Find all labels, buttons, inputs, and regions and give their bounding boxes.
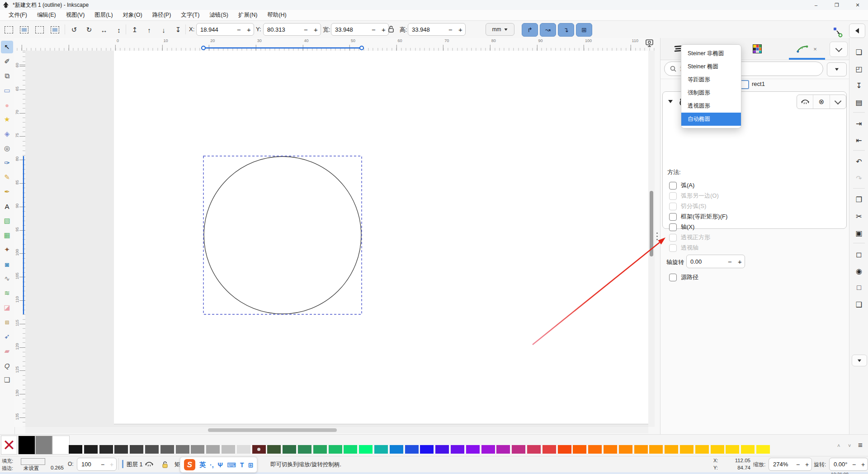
paint-bucket-tool[interactable]: ◙	[1, 258, 13, 270]
hscroll-thumb[interactable]	[208, 428, 337, 432]
eraser-tool[interactable]: ◪	[1, 301, 13, 314]
snap-bar-collapse-button[interactable]	[849, 24, 865, 38]
unit-selector[interactable]: mm	[486, 23, 514, 36]
tab-swatches[interactable]	[745, 40, 770, 58]
palette-swatch[interactable]	[726, 445, 739, 454]
palette-swatch[interactable]	[160, 445, 174, 454]
checkbox[interactable]	[669, 274, 677, 281]
palette-swatch[interactable]	[359, 445, 373, 454]
x-increment-button[interactable]: +	[244, 24, 254, 35]
width-decrement-button[interactable]: −	[368, 24, 378, 35]
panel-splitter-handle[interactable]	[655, 232, 659, 246]
horizontal-scrollbar[interactable]	[25, 427, 648, 433]
zoom-tool[interactable]: Q	[1, 359, 13, 372]
height-increment-button[interactable]: +	[455, 24, 465, 35]
y-decrement-button[interactable]: −	[301, 24, 311, 35]
tweak-tool[interactable]: ∿	[1, 272, 13, 285]
swatch-none[interactable]: ✕	[1, 436, 17, 455]
lpe-method-option[interactable]: 自动椭圆	[681, 113, 741, 126]
zoom-selection-button[interactable]: ◻	[852, 247, 866, 261]
new-document-button[interactable]: ❏	[852, 45, 866, 59]
palette-swatch[interactable]	[466, 445, 480, 454]
lower-button[interactable]: ↓	[157, 24, 170, 35]
palette-swatch[interactable]	[191, 445, 204, 454]
palette-swatch[interactable]	[237, 445, 250, 454]
zoom-increment-button[interactable]: +	[802, 458, 811, 470]
menu-item-8[interactable]: 滤镜(S)	[204, 11, 233, 19]
palette-swatch[interactable]	[252, 445, 266, 454]
item-checkbox[interactable]	[740, 80, 749, 89]
measure-tool[interactable]: ▰	[1, 345, 13, 357]
lpe-gallery-dropdown-button[interactable]	[827, 62, 847, 76]
ime-toolbar[interactable]: S 英·,Ψ⌨T⊞	[180, 457, 257, 473]
palette-swatch[interactable]	[99, 445, 113, 454]
vertical-ruler[interactable]: 6065707580859095100105110115120125130135	[14, 51, 26, 427]
source-path-checkbox-row[interactable]: 源路径	[669, 273, 698, 282]
menu-item-7[interactable]: 文字(T)	[176, 11, 204, 19]
minimize-button[interactable]: –	[806, 0, 826, 10]
palette-swatch[interactable]	[374, 445, 388, 454]
palette-swatch[interactable]	[711, 445, 724, 454]
scale-stroke-toggle[interactable]: ↱	[522, 23, 538, 37]
lpe-method-option[interactable]: Steiner 椭圆	[681, 60, 741, 73]
tab-close-icon[interactable]: ×	[813, 46, 817, 52]
lpe-method-option[interactable]: 等距圆形	[681, 73, 741, 86]
width-field[interactable]: 33.948 − +	[331, 23, 389, 36]
palette-swatch[interactable]	[114, 445, 128, 454]
opacity-increment-button[interactable]: +	[107, 458, 116, 470]
menu-item-2[interactable]: 编辑(E)	[32, 11, 61, 19]
palette-swatch[interactable]	[451, 445, 464, 454]
stroke-width-value[interactable]: 0.265	[51, 465, 64, 470]
lpe-menu-button[interactable]	[830, 95, 846, 109]
x-decrement-button[interactable]: −	[234, 24, 244, 35]
duplicate-button[interactable]: ❐	[852, 193, 866, 206]
rotate-ccw-button[interactable]: ↺	[68, 24, 80, 35]
node-tool[interactable]: ✐	[1, 55, 13, 68]
checkbox[interactable]	[669, 213, 677, 221]
palette-swatch[interactable]	[313, 445, 327, 454]
palette-swatch[interactable]	[145, 445, 159, 454]
panel-menu-button[interactable]	[830, 42, 848, 57]
big-swatch[interactable]	[35, 436, 52, 455]
flip-vertical-button[interactable]: ↕	[113, 24, 125, 35]
display-mode-icon[interactable]	[646, 39, 654, 49]
width-increment-button[interactable]: +	[378, 24, 388, 35]
lpe-checkbox-row[interactable]: 框架(等距矩形)(F)	[669, 212, 727, 221]
palette-swatch[interactable]	[206, 445, 220, 454]
lpe-checkbox-row[interactable]: 轴(X)	[669, 223, 694, 232]
undo-button[interactable]: ↶	[852, 155, 866, 168]
skin-icon[interactable]: T	[240, 461, 244, 469]
select-all-button[interactable]	[5, 26, 13, 33]
palette-swatch[interactable]	[588, 445, 602, 454]
layer-lock-toggle[interactable]	[162, 460, 168, 469]
lpe-method-option[interactable]: 强制圆形	[681, 86, 741, 100]
palette-swatch[interactable]	[619, 445, 632, 454]
checkbox[interactable]	[669, 223, 677, 231]
virtual-keyboard-icon[interactable]: ⌨	[227, 461, 236, 469]
open-document-button[interactable]: ◰	[852, 62, 866, 76]
lpe-method-option[interactable]: 透视圆形	[681, 100, 741, 113]
calligraphy-tool[interactable]: ✒	[1, 185, 13, 198]
palette-swatch[interactable]	[329, 445, 342, 454]
lpe-method-option[interactable]: Steiner 非椭圆	[681, 47, 741, 60]
lpe-visibility-button[interactable]	[797, 95, 813, 109]
palette-swatch[interactable]	[176, 445, 189, 454]
gradient-tool[interactable]: ▧	[1, 214, 13, 227]
save-button[interactable]: ↧	[852, 79, 866, 92]
restore-button[interactable]: ❐	[826, 0, 847, 10]
pencil-tool[interactable]: ✎	[1, 171, 13, 184]
flip-horizontal-button[interactable]: ↔	[98, 24, 110, 35]
rotation-field[interactable]: 0.00° − +	[829, 458, 868, 471]
palette-swatch[interactable]	[222, 445, 235, 454]
star-tool[interactable]: ★	[1, 113, 13, 126]
punctuation-toggle[interactable]: ·,	[210, 461, 214, 469]
document-page[interactable]	[114, 51, 648, 424]
palette-swatch[interactable]	[267, 445, 281, 454]
import-button[interactable]: ⇥	[852, 117, 866, 130]
zoom-decrement-button[interactable]: −	[793, 458, 802, 470]
palette-swatch[interactable]	[84, 445, 98, 454]
big-swatch[interactable]	[18, 436, 35, 455]
lpe-pen-tool[interactable]: ➶	[1, 330, 13, 343]
menu-item-10[interactable]: 帮助(H)	[262, 11, 291, 19]
y-field[interactable]: 80.313 − +	[263, 23, 321, 36]
